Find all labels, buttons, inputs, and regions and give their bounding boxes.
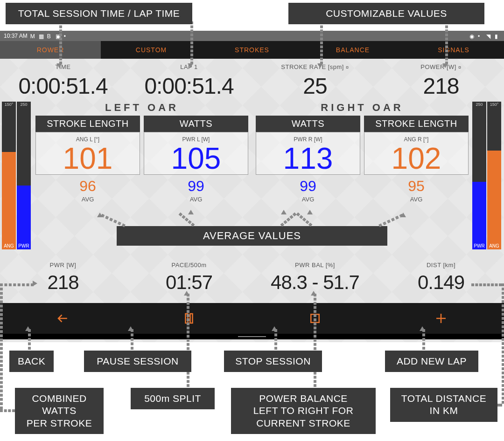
stroke-rate-value: 25 (252, 73, 378, 99)
time-label: TIME (0, 63, 126, 70)
pace-value: 01:57 (126, 271, 252, 294)
panel-stroke-length-r: STROKE LENGTH (364, 116, 469, 132)
gear-icon: ¤ (346, 64, 349, 70)
power-value: 218 (378, 73, 504, 99)
bar-label-pwr: PWR (472, 242, 486, 249)
bal-value: 48.3 - 51.7 (252, 271, 378, 294)
power-label[interactable]: POWER [W] ¤ (378, 63, 504, 70)
ang-r-avg: 95 (364, 178, 469, 195)
pwr-r-value: 113 (258, 144, 358, 173)
annotation-combined-watts: COMBINED WATTS PER STROKE (15, 388, 104, 434)
plus-icon (434, 311, 448, 325)
bar-scale-pwr-l: 250 (17, 102, 31, 107)
avg-label: AVG (144, 196, 248, 203)
left-oar-title: LEFT OAR (35, 102, 248, 114)
left-oar-section: LEFT OAR STROKE LENGTH ANG L [°] 101 96 … (32, 102, 252, 203)
bar-label-pwr: PWR (17, 242, 31, 249)
annotation-session-time: TOTAL SESSION TIME / LAP TIME (6, 3, 192, 24)
bar-label-ang: ANG (487, 242, 501, 249)
top-metrics-row: TIME 0:00:51.4 LAP 1 0:00:51.4 STROKE RA… (0, 59, 504, 99)
time-value: 0:00:51.4 (0, 73, 126, 99)
pwr-bottom-label: PWR [W] (0, 262, 126, 269)
bottom-metrics-row: PWR [W] 218 PACE/500m 01:57 PWR BAL [%] … (0, 262, 504, 294)
annotation-back: BACK (9, 351, 54, 372)
dot-icon: • (64, 33, 70, 39)
panel-watts-r: WATTS (256, 116, 360, 132)
ang-l-value: 101 (38, 144, 138, 173)
tab-rower[interactable]: ROWER (0, 41, 101, 59)
dot-icon: • (478, 33, 483, 39)
bar-scale-ang-l: 150° (2, 102, 16, 107)
wifi-icon: ◥ (486, 33, 492, 39)
bar-scale-ang-r: 150° (487, 102, 501, 107)
arrow-left-icon (56, 311, 70, 325)
annotation-balance: POWER BALANCE LEFT TO RIGHT FOR CURRENT … (231, 388, 376, 434)
pwr-r-avg: 99 (256, 178, 360, 195)
annotation-average-values: AVERAGE VALUES (117, 226, 387, 246)
right-oar-title: RIGHT OAR (256, 102, 469, 114)
avg-label: AVG (35, 196, 140, 203)
annotation-stop: STOP SESSION (224, 351, 322, 372)
battery-icon: ▮ (495, 33, 500, 39)
ang-r-value: 102 (366, 144, 466, 173)
grid-icon: ▦ (39, 33, 44, 39)
right-side-bars: 250 PWR 150° ANG (472, 102, 502, 249)
status-time: 10:37 AM (4, 33, 28, 39)
bal-label: PWR BAL [%] (252, 262, 378, 269)
ang-l-avg: 96 (35, 178, 140, 195)
annotation-pause: PAUSE SESSION (84, 351, 191, 372)
add-lap-button[interactable] (378, 311, 504, 325)
annotation-customizable: CUSTOMIZABLE VALUES (288, 3, 484, 24)
pace-label: PACE/500m (126, 262, 252, 269)
pwr-l-value: 105 (146, 144, 246, 173)
gear-icon: ¤ (458, 64, 462, 70)
lap-value: 0:00:51.4 (126, 73, 252, 99)
avg-label: AVG (364, 196, 469, 203)
tab-signals[interactable]: SIGNALS (403, 41, 504, 59)
bar-scale-pwr-r: 250 (472, 102, 486, 107)
bar-label-ang: ANG (2, 242, 16, 249)
right-oar-section: RIGHT OAR WATTS PWR R [W] 113 99 AVG STR… (252, 102, 472, 203)
tab-custom[interactable]: CUSTOM (101, 41, 202, 59)
dist-label: DIST [km] (378, 262, 504, 269)
stroke-rate-label[interactable]: STROKE RATE [spm] ¤ (252, 63, 378, 70)
tab-bar: ROWER CUSTOM STROKES BALANCE SIGNALS (0, 41, 504, 59)
annotation-distance: TOTAL DISTANCE IN KM (390, 388, 497, 422)
bold-icon: B (47, 33, 53, 39)
tab-balance[interactable]: BALANCE (302, 41, 403, 59)
back-button[interactable] (0, 311, 126, 325)
pwr-bottom-value: 218 (0, 271, 126, 294)
panel-watts-l: WATTS (144, 116, 248, 132)
avg-label: AVG (256, 196, 360, 203)
annotation-split: 500m SPLIT (131, 388, 215, 409)
annotation-addlap: ADD NEW LAP (385, 351, 478, 372)
panel-stroke-length-l: STROKE LENGTH (35, 116, 140, 132)
dist-value: 0.149 (378, 271, 504, 294)
control-bar (0, 303, 504, 334)
status-bar: 10:37 AM M ▦ B ▣ • ◉ • ◥ ▮ (0, 31, 504, 41)
pwr-l-avg: 99 (144, 178, 248, 195)
tab-strokes[interactable]: STROKES (202, 41, 302, 59)
left-side-bars: 150° ANG 250 PWR (2, 102, 32, 249)
mail-icon: M (30, 33, 36, 39)
android-nav-bar (0, 334, 504, 339)
device-screen: 10:37 AM M ▦ B ▣ • ◉ • ◥ ▮ ROWER CUSTOM … (0, 31, 504, 342)
svg-rect-1 (190, 314, 193, 323)
eye-icon: ◉ (469, 33, 475, 39)
